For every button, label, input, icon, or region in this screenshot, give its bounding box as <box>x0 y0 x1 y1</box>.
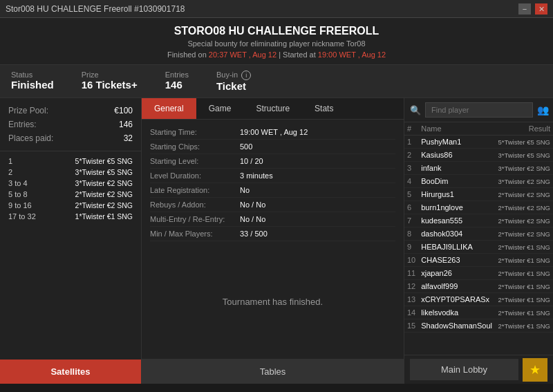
player-rank: 6 <box>404 201 418 214</box>
tournament-subtitle: Special bounty for eliminating player ni… <box>0 39 553 48</box>
tab-stats[interactable]: Stats <box>302 98 346 119</box>
star-button[interactable]: ★ <box>523 358 547 382</box>
place-row: 5 to 82*Twister €2 SNG <box>8 189 133 200</box>
player-result: 2*Twister €2 SNG <box>495 188 553 201</box>
info-value: No / No <box>240 215 265 223</box>
entries-label: Entries <box>165 71 189 79</box>
table-row[interactable]: 8dashok03042*Twister €2 SNG <box>404 227 553 241</box>
table-row[interactable]: 6burn1nglove2*Twister €2 SNG <box>404 201 553 214</box>
finished-message: Tournament has finished. <box>142 245 404 359</box>
tab-structure[interactable]: Structure <box>243 98 302 119</box>
table-row[interactable]: 10CHASE2632*Twister €1 SNG <box>404 254 553 267</box>
minimize-button[interactable]: − <box>518 3 531 15</box>
place-reward: 3*Twister €5 SNG <box>75 168 133 176</box>
place-reward: 1*Twister €1 SNG <box>75 212 133 221</box>
buyin-value: Ticket <box>216 80 251 92</box>
center-panel: GeneralGameStructureStats Starting Time:… <box>142 98 404 384</box>
places-paid-row: Places paid: 32 <box>8 131 133 145</box>
player-result: 2*Twister €1 SNG <box>495 319 553 333</box>
info-value: No <box>240 186 250 194</box>
player-name: ShadowShamanSoul <box>418 319 495 333</box>
tab-bar: GeneralGameStructureStats <box>142 98 404 120</box>
search-input[interactable] <box>425 102 533 118</box>
entries-value2: 146 <box>119 120 133 129</box>
place-row: 15*Twister €5 SNG <box>8 156 133 167</box>
player-name: HEBAJI9LLIKA <box>418 241 495 254</box>
info-label: Rebuys / Addon: <box>150 200 240 209</box>
satellites-button[interactable]: Satellites <box>0 360 141 384</box>
title-bar-text: Stor008 HU CHALLENGE Freeroll #103090171… <box>6 4 185 14</box>
player-name: CHASE263 <box>418 254 495 267</box>
player-rank: 3 <box>404 162 418 175</box>
time-separator: | Started at <box>276 50 318 59</box>
info-label: Starting Level: <box>150 157 240 165</box>
places-paid-value: 32 <box>124 133 133 143</box>
tab-general[interactable]: General <box>142 98 196 119</box>
started-time: 19:00 WET , Aug 12 <box>318 50 386 59</box>
player-rank: 7 <box>404 214 418 227</box>
buyin-info-icon[interactable]: i <box>241 71 251 80</box>
player-name: PushyMan1 <box>418 136 495 149</box>
bottom-btn-row: Tables <box>142 359 404 384</box>
table-row[interactable]: 2Kasius863*Twister €5 SNG <box>404 149 553 162</box>
general-info-row: Late Registration:No <box>150 183 395 198</box>
close-button[interactable]: ✕ <box>535 3 547 15</box>
table-row[interactable]: 13xCRYPT0PSARASx2*Twister €1 SNG <box>404 293 553 306</box>
player-result: 2*Twister €2 SNG <box>495 214 553 227</box>
status-item-prize: Prize 16 Tickets+ <box>82 71 138 92</box>
place-row: 17 to 321*Twister €1 SNG <box>8 211 133 222</box>
table-row[interactable]: 1PushyMan15*Twister €5 SNG <box>404 136 553 149</box>
player-name: likelsvodka <box>418 306 495 319</box>
table-row[interactable]: 4BooDim3*Twister €2 SNG <box>404 175 553 188</box>
table-row[interactable]: 14likelsvodka2*Twister €1 SNG <box>404 306 553 319</box>
info-value: No / No <box>240 200 265 209</box>
col-header-name: Name <box>418 122 495 136</box>
status-item-buyin: Buy-in i Ticket <box>216 71 251 92</box>
prize-value: 16 Tickets+ <box>82 79 138 91</box>
player-table: # Name Result 1PushyMan15*Twister €5 SNG… <box>404 122 553 355</box>
player-result: 2*Twister €1 SNG <box>495 254 553 267</box>
main-lobby-button[interactable]: Main Lobby <box>410 359 518 380</box>
player-rank: 14 <box>404 306 418 319</box>
player-result: 5*Twister €5 SNG <box>495 136 553 149</box>
status-label: Status <box>11 71 54 79</box>
player-result: 3*Twister €5 SNG <box>495 149 553 162</box>
info-value: 19:00 WET , Aug 12 <box>240 128 308 136</box>
tab-game[interactable]: Game <box>196 98 244 119</box>
tournament-title: STORO08 HU CHALLENGE FREEROLL <box>0 25 553 37</box>
general-info-row: Min / Max Players:33 / 500 <box>150 227 395 241</box>
table-row[interactable]: 12alfavolf9992*Twister €1 SNG <box>404 280 553 293</box>
prize-info: Prize Pool: €100 Entries: 146 Places pai… <box>0 98 141 151</box>
search-icon: 🔍 <box>410 105 421 115</box>
table-row[interactable]: 3infank3*Twister €2 SNG <box>404 162 553 175</box>
place-reward: 3*Twister €2 SNG <box>75 179 133 187</box>
title-bar: Stor008 HU CHALLENGE Freeroll #103090171… <box>0 0 553 18</box>
place-row: 23*Twister €5 SNG <box>8 167 133 178</box>
info-label: Starting Time: <box>150 128 240 136</box>
player-name: xCRYPT0PSARASx <box>418 293 495 306</box>
player-rank: 9 <box>404 241 418 254</box>
player-rank: 4 <box>404 175 418 188</box>
player-rank: 2 <box>404 149 418 162</box>
table-row[interactable]: 5Hirurgus12*Twister €2 SNG <box>404 188 553 201</box>
info-label: Level Duration: <box>150 171 240 180</box>
table-row[interactable]: 15ShadowShamanSoul2*Twister €1 SNG <box>404 319 553 333</box>
place-label: 17 to 32 <box>8 212 39 221</box>
info-value: 3 minutes <box>240 171 273 180</box>
table-row[interactable]: 9HEBAJI9LLIKA2*Twister €1 SNG <box>404 241 553 254</box>
player-result: 2*Twister €1 SNG <box>495 280 553 293</box>
info-label: Starting Chips: <box>150 142 240 151</box>
general-info-row: Starting Time:19:00 WET , Aug 12 <box>150 125 395 140</box>
status-item-entries: Entries 146 <box>165 71 189 92</box>
entries-row: Entries: 146 <box>8 118 133 131</box>
tournament-time: Finished on 20:37 WET , Aug 12 | Started… <box>0 50 553 59</box>
table-row[interactable]: 7kudesan5552*Twister €2 SNG <box>404 214 553 227</box>
prize-pool-label: Prize Pool: <box>8 106 48 115</box>
prize-label: Prize <box>82 71 138 79</box>
tables-button[interactable]: Tables <box>142 360 404 384</box>
player-name: alfavolf999 <box>418 280 495 293</box>
status-value: Finished <box>11 79 54 91</box>
people-icon[interactable]: 👥 <box>537 104 549 115</box>
table-row[interactable]: 11xjapan262*Twister €1 SNG <box>404 267 553 280</box>
entries-label2: Entries: <box>8 120 37 129</box>
